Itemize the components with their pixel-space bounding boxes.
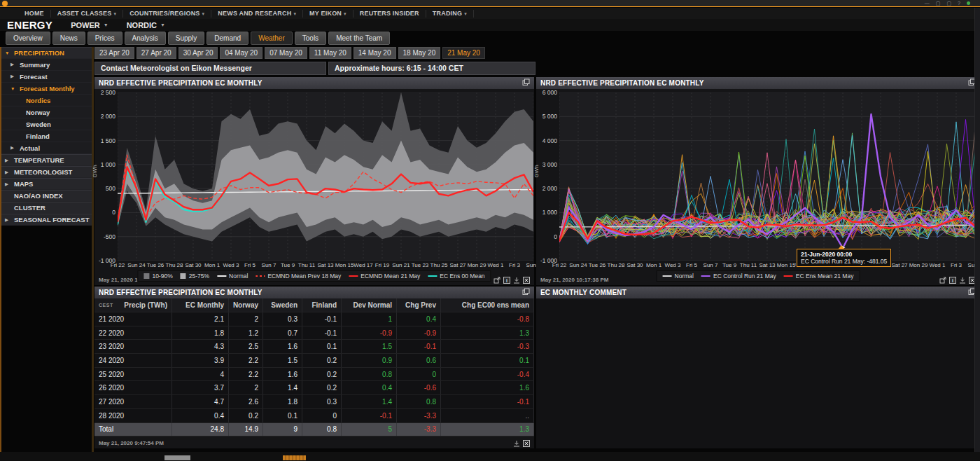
taskbar-item-active[interactable] xyxy=(283,455,306,460)
minimize-icon[interactable]: — xyxy=(925,0,930,6)
legend-swatch-icon xyxy=(181,273,186,279)
menu-item-my-eikon[interactable]: MY EIKON▾ xyxy=(303,10,354,18)
cell: 0.2 xyxy=(302,354,342,367)
chart-legend: NormalEC Control Run 21 MayEC Ens Mean 2… xyxy=(657,270,860,282)
restore-window-icon[interactable]: ▢ xyxy=(936,0,941,6)
date-tab-14-may-20[interactable]: 14 May 20 xyxy=(354,47,396,59)
market-selector[interactable]: POWER▼ xyxy=(71,21,108,29)
cell: 0.2 xyxy=(229,409,263,422)
cell: 0.4 xyxy=(172,409,229,422)
panel-footer: May 21, 2020 9:47:54 PM xyxy=(94,439,534,448)
date-tab-04-may-20[interactable]: 04 May 20 xyxy=(220,47,262,59)
cell: 2 xyxy=(229,381,263,394)
sidebar-item-meteorologist[interactable]: ▶METEOROLOGIST xyxy=(0,166,92,178)
sidebar-item-summary[interactable]: ▶Summary xyxy=(0,59,92,71)
app-logo-icon[interactable] xyxy=(2,1,8,6)
cell: 0.2 xyxy=(302,381,342,394)
download-icon[interactable] xyxy=(513,440,520,447)
tab-demand[interactable]: Demand xyxy=(206,32,248,45)
cell: 0.7 xyxy=(263,326,302,340)
legend-item-10-90: 10-90% xyxy=(144,273,172,280)
tab-prices[interactable]: Prices xyxy=(88,32,122,45)
cell: 2.2 xyxy=(229,354,263,367)
y-axis-tick: 500 xyxy=(95,185,115,192)
region-selector[interactable]: NORDIC▼ xyxy=(127,21,165,29)
table-header-row: CESTPrecip (TWh)EC MonthlyNorwaySwedenFi… xyxy=(94,298,534,312)
y-axis-tick: 1 000 xyxy=(537,209,557,216)
panel-menu-icon[interactable] xyxy=(522,78,530,88)
open-in-new-icon[interactable] xyxy=(939,277,946,284)
maximize-window-icon[interactable]: ▢ xyxy=(946,0,951,6)
tab-overview[interactable]: Overview xyxy=(6,32,50,45)
sidebar-item-forecast-monthly[interactable]: ▼Forecast Monthly xyxy=(0,83,92,95)
menu-item-countries-regions[interactable]: COUNTRIES/REGIONS▾ xyxy=(123,10,211,18)
date-tab-30-apr-20[interactable]: 30 Apr 20 xyxy=(178,47,218,59)
cell: 4.3 xyxy=(172,340,229,353)
cell: 0.1 xyxy=(263,409,302,422)
legend-label: Normal xyxy=(229,273,248,280)
taskbar-item[interactable] xyxy=(164,455,190,460)
sidebar-item-maps[interactable]: ▶MAPS xyxy=(0,178,92,190)
legend-line-icon xyxy=(217,275,226,277)
vertical-scrollbar[interactable] xyxy=(974,8,980,452)
cell: -3.3 xyxy=(397,409,441,422)
sidebar-item-forecast[interactable]: ▶Forecast xyxy=(0,71,92,83)
chevron-collapsed-icon: ▶ xyxy=(5,217,8,223)
chart-canvas[interactable] xyxy=(559,92,975,261)
panel-menu-icon[interactable] xyxy=(522,288,530,297)
y-axis-tick: 1 000 xyxy=(95,161,115,168)
date-tab-23-apr-20[interactable]: 23 Apr 20 xyxy=(94,47,134,59)
download-icon[interactable] xyxy=(959,277,966,284)
x-axis-tick: Fri 22 xyxy=(111,262,125,268)
excel-export-icon[interactable] xyxy=(523,440,530,447)
chevron-down-icon: ▾ xyxy=(293,10,296,18)
menu-item-news-and-research[interactable]: NEWS AND RESEARCH▾ xyxy=(211,10,303,18)
info-icon[interactable]: i xyxy=(503,277,510,284)
help-icon[interactable]: ? xyxy=(958,0,960,6)
cell: 0.8 xyxy=(397,395,441,408)
sidebar-item-cluster[interactable]: CLUSTER xyxy=(0,202,92,214)
info-icon[interactable]: i xyxy=(949,277,956,284)
excel-export-icon[interactable] xyxy=(523,277,530,284)
x-axis-tick: Tue 9 xyxy=(281,262,295,268)
tab-tools[interactable]: Tools xyxy=(295,32,326,45)
cell: 2.2 xyxy=(229,368,263,381)
date-tab-21-may-20[interactable]: 21 May 20 xyxy=(442,47,485,59)
column-header-ec-monthly: EC Monthly xyxy=(172,298,229,312)
chevron-down-icon: ▼ xyxy=(160,22,165,27)
tab-weather[interactable]: Weather xyxy=(251,32,293,45)
menu-item-trading[interactable]: TRADING▾ xyxy=(426,10,474,18)
open-in-new-icon[interactable] xyxy=(493,277,500,284)
x-axis-tick: Fri 5 xyxy=(244,262,255,268)
table-row: 25 202042.21.60.20.80-0.4 xyxy=(94,368,534,382)
menu-item-home[interactable]: HOME xyxy=(18,10,51,18)
sidebar-item-finland[interactable]: Finland xyxy=(0,130,92,142)
sidebar-item-temperature[interactable]: ▶TEMPERATURE xyxy=(0,154,92,166)
tab-supply[interactable]: Supply xyxy=(168,32,205,45)
sidebar-item-sweden[interactable]: Sweden xyxy=(0,118,92,130)
download-icon[interactable] xyxy=(513,277,520,284)
cell: 4.7 xyxy=(172,395,229,408)
tab-analysis[interactable]: Analysis xyxy=(125,32,166,45)
sidebar-item-seasonal-forecast[interactable]: ▶SEASONAL FORECAST xyxy=(0,214,92,226)
sidebar-item-actual[interactable]: ▶Actual xyxy=(0,142,92,154)
comment-body xyxy=(536,298,980,448)
sidebar-item-precipitation[interactable]: ▼PRECIPITATION xyxy=(0,47,92,59)
menu-item-reuters-insider[interactable]: REUTERS INSIDER xyxy=(354,10,426,18)
sidebar-item-nordics[interactable]: Nordics xyxy=(0,95,92,106)
menu-item-asset-classes[interactable]: ASSET CLASSES▾ xyxy=(51,10,123,18)
chart-canvas[interactable] xyxy=(118,92,533,261)
cell: 24.8 xyxy=(172,423,229,436)
date-tab-27-apr-20[interactable]: 27 Apr 20 xyxy=(136,47,176,59)
sidebar-splitter[interactable] xyxy=(92,47,94,460)
tab-news[interactable]: News xyxy=(52,32,85,45)
date-tab-18-may-20[interactable]: 18 May 20 xyxy=(398,47,441,59)
tab-meet-the-team[interactable]: Meet the Team xyxy=(328,32,390,45)
sidebar-item-norway[interactable]: Norway xyxy=(0,106,92,118)
date-tab-07-may-20[interactable]: 07 May 20 xyxy=(265,47,307,59)
legend-item-ec-ens-mean-21-may: EC Ens Mean 21 May xyxy=(784,273,854,280)
date-tab-11-may-20[interactable]: 11 May 20 xyxy=(309,47,351,59)
x-axis-tick: Thu 28 xyxy=(166,262,183,268)
cell: 1.3 xyxy=(441,326,534,340)
sidebar-item-nao-ao-index[interactable]: NAO/AO INDEX xyxy=(0,190,92,202)
